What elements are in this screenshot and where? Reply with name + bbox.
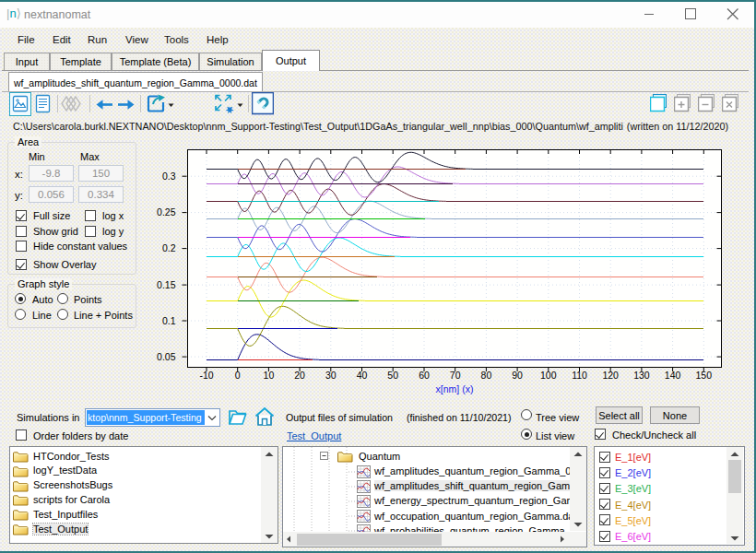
svg-text:30: 30 [325, 370, 337, 381]
svg-text:80: 80 [481, 370, 492, 381]
svg-text:0.15: 0.15 [157, 279, 176, 290]
svg-text:120: 120 [602, 370, 619, 381]
svg-text:-10: -10 [199, 370, 213, 381]
svg-text:0.2: 0.2 [162, 242, 176, 253]
svg-text:40: 40 [357, 370, 368, 381]
svg-text:0.05: 0.05 [157, 351, 176, 362]
svg-text:x[nm] (x): x[nm] (x) [436, 383, 474, 394]
svg-text:0.1: 0.1 [162, 315, 176, 326]
svg-text:0.25: 0.25 [157, 206, 176, 218]
svg-text:140: 140 [665, 370, 681, 381]
svg-text:60: 60 [419, 370, 430, 381]
svg-text:100: 100 [540, 370, 557, 381]
svg-text:110: 110 [572, 370, 587, 381]
svg-text:150: 150 [696, 370, 713, 381]
svg-text:50: 50 [387, 370, 398, 381]
svg-text:10: 10 [264, 370, 275, 381]
svg-text:70: 70 [450, 370, 461, 381]
svg-text:130: 130 [633, 370, 650, 381]
svg-text:0: 0 [235, 370, 241, 381]
svg-text:20: 20 [294, 370, 305, 381]
svg-text:0.3: 0.3 [162, 171, 176, 182]
svg-text:90: 90 [512, 370, 523, 381]
